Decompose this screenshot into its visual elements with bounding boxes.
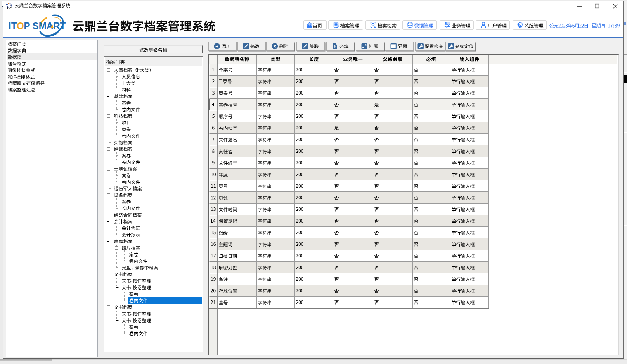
svg-text:ITOP SMART: ITOP SMART <box>9 21 66 31</box>
